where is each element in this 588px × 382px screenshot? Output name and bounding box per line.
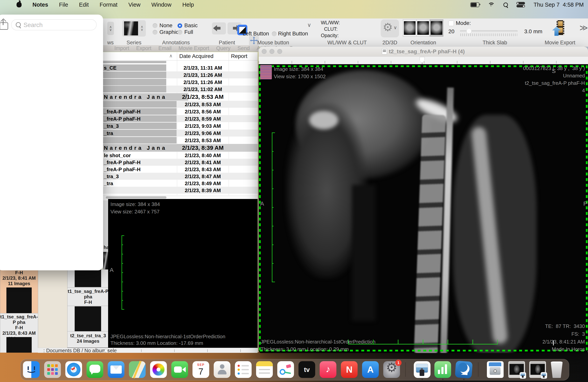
menu-edit[interactable]: Edit — [79, 0, 89, 9]
messages-dock-icon[interactable] — [86, 361, 103, 378]
db-query[interactable]: Query — [216, 45, 231, 51]
preview-app-dock-icon[interactable] — [414, 361, 431, 378]
table-row-patient[interactable]: Narendra Jana2/1/23, 8:53 AM — [103, 93, 258, 101]
viewer-title-bar[interactable]: t2_tse_sag_freA-P phaF-H (4) — [259, 47, 588, 57]
table-row[interactable]: 2/1/23, 8:53 AM — [103, 101, 258, 108]
annotations-basic-radio[interactable] — [178, 23, 182, 28]
finder-dock-icon[interactable] — [23, 361, 40, 378]
column-date-acquired[interactable]: Date Acquired — [179, 53, 213, 59]
table-row[interactable]: 2/1/23, 11:26 AM — [103, 79, 258, 85]
series-scrubber[interactable] — [259, 56, 588, 64]
tv-dock-icon[interactable]: tv — [298, 361, 315, 378]
mail-dock-icon[interactable] — [108, 361, 125, 378]
table-row[interactable]: 2/1/23, 11:26 AM — [103, 71, 258, 78]
spotlight-icon[interactable] — [504, 2, 508, 7]
slice-scrubber[interactable] — [108, 348, 258, 353]
facetime-dock-icon[interactable] — [171, 361, 188, 378]
table-row[interactable]: _tra2/1/23, 8:49 AM — [103, 180, 258, 187]
viewer-pane-secondary[interactable]: Image size: 384 x 384 View size: 2467 x … — [108, 199, 258, 353]
matrix-cell-selected[interactable]: F-H 2/1/23, 8:41 AM 11 Images — [0, 269, 38, 313]
calendar-dock-icon[interactable]: SEP 7 — [192, 361, 209, 378]
series-control[interactable]: ∧∨ — [122, 20, 146, 37]
matrix-cell[interactable]: t2_tse_rst_tra_3 24 Images — [67, 331, 109, 348]
menu-app-name[interactable]: Notes — [32, 0, 48, 9]
menu-view[interactable]: View — [128, 0, 140, 9]
series-thumbnail[interactable] — [75, 306, 101, 331]
numbers-dock-icon[interactable] — [434, 361, 451, 378]
orientation-sagittal-button[interactable] — [430, 20, 443, 37]
2d3d-gear-button[interactable]: ⚙ ∨ — [381, 20, 399, 37]
matrix-cell[interactable] — [67, 269, 109, 287]
series-stepper[interactable]: ∧∨ — [139, 22, 145, 34]
menu-window[interactable]: Window — [151, 0, 171, 9]
notes-dock-icon[interactable] — [256, 361, 273, 378]
annotations-none-radio[interactable] — [153, 23, 157, 28]
table-row[interactable]: s_CE2/1/23, 11:31 AM — [103, 64, 258, 71]
scrollbar-thumb[interactable] — [106, 196, 167, 199]
db-export[interactable]: Export — [136, 45, 151, 51]
menu-clock[interactable]: Thu Sep 7 4:58 PM — [534, 1, 584, 8]
db-movie-export[interactable]: Movie Export — [178, 45, 209, 51]
table-horizontal-scrollbar[interactable] — [103, 195, 258, 199]
image-area[interactable]: Image size: 384 x 384 View size: 1700 x … — [259, 64, 588, 353]
apple-menu-icon[interactable] — [17, 2, 21, 7]
table-row-patient-selected[interactable]: Narendra Jana2/1/23, 8:39 AM — [103, 144, 258, 152]
music-dock-icon[interactable]: ♪ — [320, 361, 336, 378]
db-import[interactable]: Import — [114, 45, 129, 51]
toolbar-overflow-chevron[interactable]: ≫ — [579, 23, 588, 32]
table-row[interactable]: _tra2/1/23, 9:06 AM — [103, 129, 258, 137]
safari-dock-icon[interactable] — [65, 361, 82, 378]
previous-patient-button[interactable] — [212, 22, 226, 34]
status-resize-handle[interactable] — [104, 349, 108, 352]
table-row[interactable]: 2/1/23, 11:02 AM — [103, 85, 258, 93]
more-tools-chevron[interactable]: ∨ — [307, 22, 311, 28]
table-row[interactable]: _freA-P phaF-H2/1/23, 8:59 AM — [103, 115, 258, 122]
annotations-full-radio[interactable] — [178, 30, 182, 35]
series-thumbnail[interactable] — [75, 270, 101, 287]
trash-dock-icon[interactable] — [550, 361, 564, 378]
launchpad-dock-icon[interactable] — [44, 361, 61, 378]
menu-help[interactable]: Help — [182, 0, 194, 9]
share-icon[interactable] — [0, 20, 7, 29]
wifi-icon[interactable] — [488, 2, 495, 7]
menu-format[interactable]: Format — [100, 0, 117, 9]
system-settings-dock-icon[interactable]: ⚙ 1 — [383, 361, 400, 378]
disk-image-file-icon[interactable] — [487, 361, 504, 378]
table-row[interactable]: 2/1/23, 8:39 AM — [103, 187, 258, 194]
freeform-dock-icon[interactable] — [277, 361, 294, 378]
sort-indicator-icon[interactable]: ∧ — [169, 53, 173, 59]
orientation-axial-button[interactable] — [403, 20, 417, 37]
table-row[interactable]: _tra_32/1/23, 8:47 AM — [103, 173, 258, 180]
matrix-cell[interactable]: t1_tse_sag_freA-P pha F-H 11 Images — [67, 287, 109, 306]
horos-dock-icon[interactable] — [455, 361, 473, 379]
series-thumbnail[interactable] — [6, 287, 32, 313]
reminders-dock-icon[interactable] — [235, 361, 252, 378]
battery-icon[interactable] — [470, 2, 479, 7]
db-email[interactable]: Email — [158, 45, 172, 51]
app-store-dock-icon[interactable]: A — [362, 361, 379, 378]
navigator-thumbnail[interactable] — [260, 65, 272, 79]
movie-export-button[interactable] — [555, 20, 565, 35]
news-dock-icon[interactable]: N — [341, 361, 357, 378]
control-center-icon[interactable] — [516, 2, 525, 7]
table-row[interactable]: _tra_32/1/23, 9:03 AM — [103, 122, 258, 129]
table-row[interactable]: le shot_cor2/1/23, 8:40 AM — [103, 152, 258, 159]
matrix-cell[interactable]: t1_tse_sag_freA-P pha F-H 2/1/23, 8:43 A… — [0, 313, 38, 353]
table-row[interactable] — [103, 61, 258, 64]
table-row[interactable]: 2/1/23, 8:53 AM — [103, 137, 258, 144]
maps-dock-icon[interactable] — [129, 361, 146, 378]
orientation-coronal-button[interactable] — [416, 20, 430, 37]
contacts-dock-icon[interactable] — [214, 361, 231, 378]
table-header[interactable]: ∧ Date Acquired Report — [103, 52, 258, 61]
viewer-window[interactable]: t2_tse_sag_freA-P phaF-H (4) — [259, 47, 588, 353]
photos-dock-icon[interactable] — [150, 361, 167, 378]
matrix-cell[interactable] — [67, 306, 109, 331]
thick-slab-checkbox[interactable] — [448, 21, 454, 26]
column-report[interactable]: Report — [231, 53, 247, 59]
menu-file[interactable]: File — [59, 0, 68, 9]
annotations-graphic-radio[interactable] — [153, 30, 157, 35]
table-row[interactable]: _freA-P phaF-H2/1/23, 8:41 AM — [103, 159, 258, 166]
windows-stepper[interactable]: ∧∨ — [107, 22, 114, 35]
minimized-window-icon[interactable] — [508, 361, 525, 378]
series-thumbnail[interactable] — [6, 337, 32, 353]
